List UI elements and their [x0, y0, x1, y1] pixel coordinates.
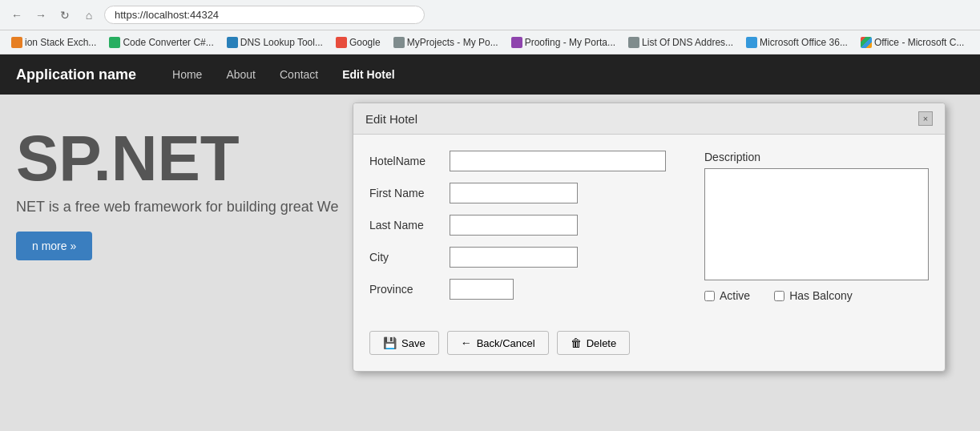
bookmark-icon	[11, 37, 22, 48]
bookmark-icon	[746, 37, 757, 48]
bookmarks-bar: ion Stack Exch... Code Converter C#... D…	[0, 30, 980, 54]
bookmark-dns-addresses[interactable]: List Of DNS Addres...	[623, 35, 738, 50]
bookmark-icon	[336, 37, 347, 48]
delete-icon: 🗑	[571, 336, 582, 349]
nav-link-about[interactable]: About	[214, 56, 268, 93]
province-group: Province	[369, 279, 688, 300]
delete-button[interactable]: 🗑 Delete	[557, 331, 631, 355]
navbar-links: Home About Contact Edit Hotel	[160, 56, 407, 93]
description-textarea[interactable]	[704, 168, 929, 280]
has-balcony-checkbox-group: Has Balcony	[774, 289, 853, 302]
last-name-group: Last Name	[369, 215, 688, 236]
modal-header: Edit Hotel ×	[353, 103, 945, 135]
bookmark-icon	[861, 37, 872, 48]
navbar: Application name Home About Contact Edit…	[0, 54, 980, 95]
bookmark-google[interactable]: Google	[331, 35, 385, 50]
last-name-input[interactable]	[450, 215, 578, 236]
save-label: Save	[401, 337, 425, 349]
hero-subtitle: NET is a free web framework for building…	[16, 199, 377, 216]
province-label: Province	[369, 283, 442, 296]
browser-bar: ← → ↻ ⌂ https://localhost:44324	[0, 0, 980, 30]
description-label: Description	[704, 151, 929, 163]
hotel-name-label: HotelName	[369, 155, 442, 167]
modal-title: Edit Hotel	[365, 112, 417, 126]
url-bar[interactable]: https://localhost:44324	[104, 6, 425, 24]
navbar-brand[interactable]: Application name	[16, 66, 136, 83]
city-group: City	[369, 247, 688, 268]
bookmark-myprojects[interactable]: MyProjects - My Po...	[389, 35, 503, 50]
active-label: Active	[720, 289, 750, 302]
back-icon: ←	[461, 336, 472, 349]
learn-more-button[interactable]: n more »	[16, 232, 92, 260]
bookmark-microsoft-office[interactable]: Microsoft Office 36...	[741, 35, 853, 50]
home-button[interactable]: ⌂	[80, 6, 98, 24]
bookmark-stack-exchange[interactable]: ion Stack Exch...	[6, 35, 101, 50]
nav-link-contact[interactable]: Contact	[268, 56, 330, 93]
first-name-group: First Name	[369, 183, 688, 203]
modal-body: HotelName First Name Last Name	[353, 135, 945, 323]
bookmark-office-microsoft[interactable]: Office - Microsoft C...	[856, 35, 969, 50]
save-button[interactable]: 💾 Save	[369, 331, 439, 355]
has-balcony-label: Has Balcony	[789, 289, 853, 302]
bookmark-icon	[511, 37, 522, 48]
first-name-label: First Name	[369, 187, 442, 199]
bookmark-dns-lookup[interactable]: DNS Lookup Tool...	[222, 35, 328, 50]
province-input[interactable]	[450, 279, 514, 300]
bookmark-icon	[628, 37, 639, 48]
city-label: City	[369, 251, 442, 264]
bookmark-proofing[interactable]: Proofing - My Porta...	[506, 35, 620, 50]
nav-link-home[interactable]: Home	[160, 56, 214, 93]
hotel-name-group: HotelName	[369, 151, 688, 171]
modal-footer: 💾 Save ← Back/Cancel 🗑 Delete	[353, 323, 945, 371]
back-cancel-label: Back/Cancel	[477, 337, 535, 349]
reload-button[interactable]: ↻	[56, 6, 74, 24]
page-content: SP.NET NET is a free web framework for b…	[0, 95, 980, 431]
city-input[interactable]	[450, 247, 578, 268]
active-checkbox[interactable]	[704, 291, 715, 301]
modal-close-button[interactable]: ×	[918, 111, 933, 126]
form-layout: HotelName First Name Last Name	[369, 151, 929, 311]
bookmark-icon	[227, 37, 238, 48]
back-cancel-button[interactable]: ← Back/Cancel	[447, 331, 549, 355]
edit-hotel-modal: Edit Hotel × HotelName First Name	[353, 103, 946, 372]
back-nav-button[interactable]: ←	[8, 6, 26, 24]
delete-label: Delete	[587, 337, 617, 349]
forward-nav-button[interactable]: →	[32, 6, 50, 24]
last-name-label: Last Name	[369, 219, 442, 232]
checkboxes-row: Active Has Balcony	[704, 289, 929, 302]
form-left: HotelName First Name Last Name	[369, 151, 688, 311]
has-balcony-checkbox[interactable]	[774, 291, 784, 301]
bookmark-icon	[393, 37, 405, 48]
bookmark-code-converter[interactable]: Code Converter C#...	[104, 35, 218, 50]
hotel-name-input[interactable]	[450, 151, 666, 171]
active-checkbox-group: Active	[704, 289, 750, 302]
save-icon: 💾	[383, 336, 397, 349]
bookmark-icon	[109, 37, 120, 48]
first-name-input[interactable]	[450, 183, 578, 203]
form-right: Description Active Has Balcony	[704, 151, 929, 311]
nav-link-edit-hotel[interactable]: Edit Hotel	[330, 56, 406, 93]
